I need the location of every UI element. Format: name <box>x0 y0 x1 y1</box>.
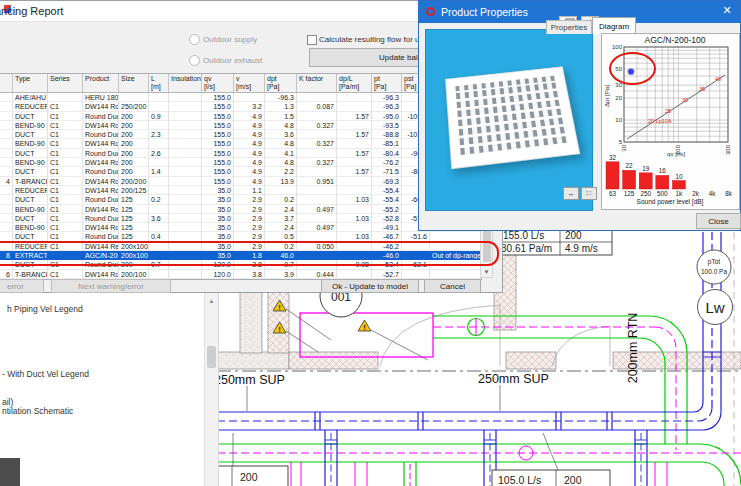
column-header[interactable]: L[m] <box>149 74 169 92</box>
close-button[interactable]: Close <box>696 213 741 229</box>
table-cell: 13.9 <box>265 177 297 186</box>
lw-tag[interactable]: Lw <box>698 290 733 325</box>
table-row[interactable]: DUCTC1Round Duct1250.235.02.90.21.03-55.… <box>0 195 481 204</box>
sup-label-right: 250mm SUP <box>478 372 549 386</box>
scroll-down-icon[interactable]: ▼ <box>481 267 492 277</box>
magenta-duct-elements <box>217 313 741 486</box>
table-cell: C1 <box>48 121 83 130</box>
scroll-up-icon[interactable]: ▲ <box>205 295 218 307</box>
table-row[interactable]: DUCTC1Round Duct2002.6155.04.94.11.57-80… <box>0 149 481 158</box>
table-cell <box>297 186 337 195</box>
column-header[interactable]: qv[l/s] <box>202 74 234 92</box>
table-cell: C1 <box>48 195 83 204</box>
table-cell: Round Duct <box>83 195 119 204</box>
table-row[interactable]: BEND-90C1DW144 Rou12535.02.92.40.497-49.… <box>0 223 481 232</box>
column-header[interactable]: ode <box>0 74 13 92</box>
outdoor-supply-radio[interactable] <box>189 34 200 45</box>
column-header[interactable]: pt[Pa] <box>372 74 402 92</box>
tree-item[interactable]: h Piping Vel Legend <box>7 304 83 314</box>
table-cell: 250/200 <box>119 102 149 111</box>
table-cell: -55.4 <box>372 186 402 195</box>
column-header[interactable]: Product <box>83 74 119 92</box>
tab-diagram[interactable]: Diagram <box>592 17 636 34</box>
table-cell: C1 <box>48 186 83 195</box>
table-cell: Round Duct <box>83 149 119 158</box>
table-row[interactable]: BEND-90C1DW144 Rou200155.04.94.80.327-85… <box>0 139 481 148</box>
svg-text:!: ! <box>363 323 366 332</box>
table-row[interactable]: DUCTC1Round Duct2000.9155.04.91.51.57-95… <box>0 112 481 121</box>
table-cell: 200 <box>119 130 149 139</box>
table-cell: BEND-90 <box>13 158 48 167</box>
table-cell: 0.497 <box>297 205 337 214</box>
table-cell: DW144 Rou <box>83 177 119 186</box>
table-row[interactable]: 4T-BRANCHC1DW144 Rou200/200155.04.913.90… <box>0 177 481 186</box>
table-cell: 155.0 <box>202 93 234 102</box>
outdoor-exhaust-radio[interactable] <box>189 55 200 66</box>
fit-view-button[interactable]: ↔ <box>563 187 579 200</box>
table-row[interactable]: AHE/AHUHERU 180 S155.0-96.3-96.3~ <box>0 93 481 102</box>
column-header[interactable]: dp/L[Pa/m] <box>337 74 372 92</box>
close-icon[interactable]: ✕ <box>720 4 734 17</box>
table-cell <box>337 102 372 111</box>
ok-update-button[interactable]: Ok - Update to model <box>321 279 419 293</box>
table-cell: 125 <box>119 195 149 204</box>
table-cell <box>0 158 13 167</box>
table-cell <box>169 158 202 167</box>
table-cell: -96.3 <box>372 102 402 111</box>
table-row[interactable]: REDUCERC1DW144 Rou200/12535.01.1-55.4 <box>0 186 481 195</box>
svg-text:2k: 2k <box>692 190 700 197</box>
svg-text:300: 300 <box>725 144 731 155</box>
column-header[interactable]: K factor <box>297 74 337 92</box>
table-cell <box>169 167 202 176</box>
column-header[interactable]: dpt[Pa] <box>265 74 297 92</box>
table-cell: 155.0 <box>202 167 234 176</box>
zoom-extents-button[interactable]: ∷ <box>581 187 597 200</box>
svg-text:22: 22 <box>626 162 634 169</box>
flow-tag-105[interactable]: 105.0 L/s 200 <box>492 470 610 486</box>
table-row[interactable]: 6T-BRANCHC1DW144 Rou200/100120.03.83.90.… <box>0 270 481 279</box>
svg-text:100: 100 <box>612 44 623 50</box>
next-warning-button[interactable]: Next warning/error <box>51 279 171 293</box>
table-row[interactable]: DUCTC1Round Duct2001.4155.04.92.21.57-71… <box>0 167 481 176</box>
column-header[interactable]: v[m/s] <box>234 74 265 92</box>
table-cell <box>0 112 13 121</box>
calc-flow-checkbox[interactable] <box>307 35 317 45</box>
tree-item[interactable]: - With Duct Vel Legend <box>2 369 89 379</box>
cancel-button[interactable]: Cancel <box>424 279 481 293</box>
table-cell: 4 <box>0 177 13 186</box>
previous-warning-button[interactable]: error <box>0 279 44 293</box>
table-cell: C1 <box>48 223 83 232</box>
table-cell: C1 <box>48 130 83 139</box>
tab-properties[interactable]: Properties <box>546 20 592 34</box>
sidebar-scrollbar[interactable]: ▲ <box>204 293 218 486</box>
svg-text:30: 30 <box>621 144 627 151</box>
table-cell: 125 <box>119 205 149 214</box>
table-cell: -80.4 <box>372 149 402 158</box>
table-cell <box>297 214 337 223</box>
table-cell: -69.3 <box>372 177 402 186</box>
svg-text:155.0 L/s: 155.0 L/s <box>503 230 544 241</box>
table-row[interactable]: REDUCERC1DW144 Rou250/200155.03.21.30.08… <box>0 102 481 111</box>
svg-text:200: 200 <box>240 471 258 483</box>
table-cell <box>297 167 337 176</box>
table-row[interactable]: BEND-90C1DW144 Rou200155.04.94.80.327-76… <box>0 158 481 167</box>
ptot-tag[interactable]: pTot 100.0 Pa <box>697 250 731 284</box>
chart-title: AGC/N-200-100 <box>645 35 706 45</box>
column-header[interactable]: Size <box>119 74 149 92</box>
scrollbar-thumb[interactable] <box>207 346 216 368</box>
svg-text:200: 200 <box>565 230 582 241</box>
table-row[interactable]: DUCTC1Round Duct1253.635.02.93.71.03-52.… <box>0 214 481 223</box>
table-row[interactable]: BEND-90C1DW144 Rou200155.04.94.80.327-93… <box>0 121 481 130</box>
table-cell: -55.2 <box>372 205 402 214</box>
column-header[interactable]: Insulation <box>169 74 202 92</box>
column-header[interactable]: Series <box>48 74 83 92</box>
column-header[interactable]: Type <box>13 74 48 92</box>
table-cell: 2.2 <box>265 167 297 176</box>
flow-tag-155[interactable]: 155.0 L/s 200 30.61 Pa/m 4.9 m/s <box>498 229 612 255</box>
3d-viewport[interactable]: ↔ ∷ <box>425 29 593 211</box>
table-row[interactable]: BEND-90C1DW144 Rou12535.02.92.40.497-55.… <box>0 205 481 214</box>
tree-item[interactable]: ntilation Schematic <box>2 406 73 416</box>
table-cell: 1.4 <box>149 167 169 176</box>
table-row[interactable]: DUCTC1Round Duct2002.3155.04.93.61.57-88… <box>0 130 481 139</box>
table-cell: DUCT <box>13 195 48 204</box>
